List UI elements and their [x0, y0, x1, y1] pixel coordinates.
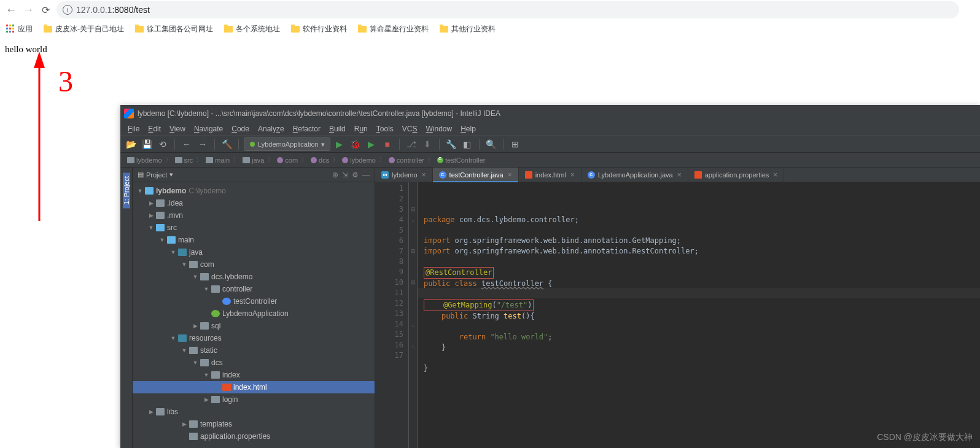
git-update-icon[interactable]: ⬇: [421, 137, 434, 151]
run-configuration-dropdown[interactable]: LybdemoApplication ▾: [244, 137, 330, 151]
intellij-logo-icon: [124, 109, 134, 118]
reload-button[interactable]: ⟳: [39, 4, 52, 16]
code-editor[interactable]: package com.dcs.lybdemo.controller; impo…: [418, 182, 980, 448]
menu-window[interactable]: Window: [422, 123, 456, 134]
menu-help[interactable]: Help: [457, 123, 480, 134]
save-icon[interactable]: 💾: [140, 137, 154, 151]
breadcrumb-item[interactable]: testController: [435, 156, 487, 164]
coverage-icon[interactable]: ▶: [365, 137, 378, 151]
breadcrumb-item[interactable]: controller: [387, 156, 426, 164]
tree-row[interactable]: index.html: [133, 381, 375, 393]
menu-vcs[interactable]: VCS: [399, 123, 421, 134]
bookmark-item[interactable]: 徐工集团各公司网址: [135, 24, 213, 34]
tree-row[interactable]: ▼controller: [133, 283, 375, 295]
tree-row[interactable]: ▶.mvn: [133, 209, 375, 222]
tree-row[interactable]: ▶.idea: [133, 197, 375, 209]
project-structure-icon[interactable]: ⊞: [508, 137, 522, 151]
menu-run[interactable]: Run: [351, 123, 371, 134]
tree-row[interactable]: application.properties: [133, 430, 375, 442]
bookmark-item[interactable]: 算命星座行业资料: [358, 24, 429, 34]
breadcrumb-item[interactable]: lybdemo: [125, 156, 164, 164]
close-tab-icon[interactable]: ×: [773, 171, 777, 179]
build-icon[interactable]: 🔨: [220, 137, 233, 151]
editor-tab[interactable]: mlybdemo×: [375, 168, 433, 182]
annotation-number-3: 3: [58, 64, 73, 98]
tree-row[interactable]: ▼static: [133, 344, 375, 357]
editor-tab[interactable]: CtestController.java×: [433, 168, 519, 182]
close-tab-icon[interactable]: ×: [570, 171, 575, 179]
collapse-all-icon[interactable]: ⇲: [342, 171, 348, 179]
search-icon[interactable]: 🔍: [484, 137, 498, 151]
breadcrumb-item[interactable]: src: [173, 156, 195, 164]
tree-label: index: [222, 369, 240, 381]
tree-row[interactable]: ▼resources: [133, 332, 375, 344]
menu-navigate[interactable]: Navigate: [190, 123, 227, 134]
breadcrumb-item[interactable]: dcs: [309, 156, 331, 164]
stop-button-icon[interactable]: ■: [381, 137, 394, 151]
tree-row[interactable]: ▼dcs.lybdemo: [133, 271, 375, 283]
hide-panel-icon[interactable]: —: [362, 171, 370, 179]
redo-icon[interactable]: →: [196, 137, 209, 151]
editor-tab[interactable]: application.properties×: [688, 168, 785, 182]
sync-icon[interactable]: ⟲: [156, 137, 169, 151]
tree-row[interactable]: ▼java: [133, 246, 375, 258]
panel-settings-icon[interactable]: ⚙: [352, 171, 359, 179]
tree-row[interactable]: ▼src: [133, 222, 375, 234]
scroll-from-source-icon[interactable]: ⊕: [332, 171, 338, 179]
apps-shortcut[interactable]: 应用: [6, 24, 33, 34]
undo-icon[interactable]: ←: [180, 137, 193, 151]
tree-row[interactable]: ▶login: [133, 393, 375, 406]
bookmark-item[interactable]: 其他行业资料: [440, 24, 496, 34]
menu-analyze[interactable]: Analyze: [254, 123, 288, 134]
run-button-icon[interactable]: ▶: [333, 137, 346, 151]
tree-row[interactable]: LybdemoApplication: [133, 307, 375, 320]
forward-button[interactable]: →: [22, 4, 34, 16]
tree-label: src: [167, 222, 177, 234]
project-view-dropdown[interactable]: ▤ Project ▾: [138, 171, 330, 179]
open-icon[interactable]: 📂: [124, 137, 138, 151]
tree-row[interactable]: ▼lybdemoC:\lybdemo: [133, 185, 375, 197]
bookmark-item[interactable]: 皮皮冰-关于自己地址: [44, 24, 124, 34]
close-tab-icon[interactable]: ×: [677, 171, 682, 179]
tree-label: dcs: [211, 357, 223, 369]
tree-row[interactable]: ▼main: [133, 234, 375, 246]
breadcrumb-item[interactable]: java: [241, 156, 266, 164]
tree-row[interactable]: ▼com: [133, 258, 375, 271]
menu-file[interactable]: File: [124, 123, 143, 134]
menu-build[interactable]: Build: [325, 123, 349, 134]
back-button[interactable]: ←: [5, 4, 17, 16]
tree-row[interactable]: ▼index: [133, 369, 375, 381]
settings-icon[interactable]: 🔧: [445, 137, 458, 151]
tree-label: LybdemoApplication: [222, 307, 289, 320]
editor-tab[interactable]: CLybdemoApplication.java×: [581, 168, 688, 182]
debug-button-icon[interactable]: 🐞: [349, 137, 362, 151]
menu-edit[interactable]: Edit: [144, 123, 165, 134]
tree-row[interactable]: ▼dcs: [133, 357, 375, 369]
breadcrumb-item[interactable]: main: [204, 156, 231, 164]
address-bar[interactable]: i 127.0.0.1:8080/test: [56, 1, 959, 18]
menu-refactor[interactable]: Refactor: [289, 123, 324, 134]
close-tab-icon[interactable]: ×: [508, 171, 512, 179]
menu-code[interactable]: Code: [228, 123, 253, 134]
tree-label: resources: [189, 332, 222, 344]
site-info-icon[interactable]: i: [63, 5, 72, 15]
bookmark-item[interactable]: 各个系统地址: [224, 24, 280, 34]
folder-icon: [156, 212, 165, 219]
project-side-tab[interactable]: 1: Project: [123, 172, 130, 208]
breadcrumb-item[interactable]: lybdemo: [340, 156, 378, 164]
project-tree[interactable]: ▼lybdemoC:\lybdemo▶.idea▶.mvn▼src▼main▼j…: [133, 182, 375, 448]
menu-view[interactable]: View: [166, 123, 189, 134]
git-branch-icon[interactable]: ⎇: [405, 137, 418, 151]
tree-row[interactable]: ▶libs: [133, 406, 375, 418]
menu-tools[interactable]: Tools: [373, 123, 397, 134]
breadcrumb-item[interactable]: com: [275, 156, 300, 164]
close-tab-icon[interactable]: ×: [422, 171, 426, 179]
class-icon: C: [588, 171, 595, 179]
tree-row[interactable]: ▶templates: [133, 418, 375, 430]
bookmark-item[interactable]: 软件行业资料: [291, 24, 347, 34]
structure-icon[interactable]: ◧: [461, 137, 474, 151]
editor-tab[interactable]: index.html×: [519, 168, 581, 182]
tree-row[interactable]: testController: [133, 295, 375, 307]
tree-row[interactable]: ▶sql: [133, 320, 375, 332]
module-icon: [156, 224, 165, 231]
